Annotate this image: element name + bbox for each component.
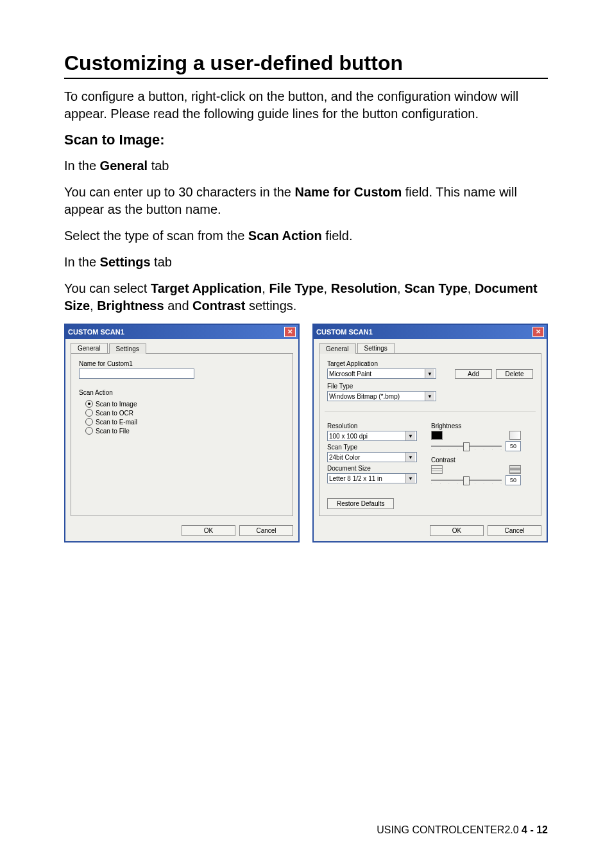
name-for-custom-paragraph: You can enter up to 30 characters in the…: [64, 184, 548, 218]
text-fragment: field.: [322, 229, 353, 243]
text-fragment: ,: [324, 281, 331, 295]
text-fragment: tab: [151, 255, 172, 269]
text-fragment: ,: [262, 281, 269, 295]
radio-label: Scan to File: [96, 428, 130, 435]
bold-contrast: Contrast: [192, 299, 245, 313]
page-footer: USING CONTROLCENTER2.0 4 - 12: [377, 824, 548, 836]
file-type-label: File Type: [327, 383, 533, 390]
scan-to-image-heading: Scan to Image:: [64, 132, 548, 148]
bold-resolution: Resolution: [331, 281, 397, 295]
cancel-button[interactable]: Cancel: [239, 525, 293, 536]
in-settings-tab-line: In the Settings tab: [64, 254, 548, 271]
contrast-label: Contrast: [431, 456, 521, 464]
brightness-light-icon: [509, 431, 521, 440]
select-value: Windows Bitmap (*.bmp): [329, 393, 400, 400]
select-value: Microsoft Paint: [329, 370, 371, 378]
target-application-label: Target Application: [327, 360, 451, 367]
chevron-down-icon: ▼: [405, 431, 415, 440]
brightness-slider[interactable]: ·········: [431, 446, 502, 447]
name-for-custom-input[interactable]: [79, 369, 194, 379]
ok-button[interactable]: OK: [430, 525, 484, 536]
custom-scan-general-dialog: CUSTOM SCAN1 ✕ General Settings Name for…: [64, 324, 300, 542]
radio-scan-to-email[interactable]: Scan to E-mail: [85, 418, 285, 426]
chevron-down-icon: ▼: [405, 453, 415, 462]
tab-settings[interactable]: Settings: [109, 343, 146, 354]
text-fragment: You can select: [64, 281, 151, 295]
name-for-custom-label: Name for Custom1: [79, 360, 285, 367]
select-value: 24bit Color: [329, 454, 360, 461]
cancel-button[interactable]: Cancel: [488, 525, 541, 536]
page-title: Customizing a user-defined button: [64, 51, 548, 79]
text-fragment: In the: [64, 255, 100, 269]
add-button[interactable]: Add: [455, 369, 492, 379]
dialog-title: CUSTOM SCAN1: [316, 328, 373, 336]
footer-page: 4 - 12: [522, 824, 548, 835]
file-type-select[interactable]: Windows Bitmap (*.bmp) ▼: [327, 391, 436, 401]
tab-settings[interactable]: Settings: [357, 343, 395, 353]
radio-scan-to-image[interactable]: Scan to Image: [85, 400, 285, 408]
tab-general[interactable]: General: [319, 343, 356, 354]
tab-general[interactable]: General: [71, 343, 108, 353]
settings-bold: Settings: [100, 255, 151, 269]
contrast-low-icon: [431, 465, 443, 474]
bold-brightness: Brightness: [97, 299, 164, 313]
restore-defaults-button[interactable]: Restore Defaults: [327, 498, 394, 509]
scan-action-paragraph: Select the type of scan from the Scan Ac…: [64, 227, 548, 245]
brightness-label: Brightness: [431, 422, 521, 430]
close-icon[interactable]: ✕: [284, 327, 296, 337]
name-for-custom-bold: Name for Custom: [295, 185, 402, 199]
bold-target-application: Target Application: [151, 281, 262, 295]
close-icon[interactable]: ✕: [532, 327, 544, 337]
chevron-down-icon: ▼: [425, 392, 434, 401]
text-fragment: In the: [64, 159, 100, 173]
ok-button[interactable]: OK: [182, 525, 235, 536]
dialog-titlebar: CUSTOM SCAN1 ✕: [314, 325, 547, 339]
general-bold: General: [100, 159, 148, 173]
chevron-down-icon: ▼: [425, 369, 434, 378]
select-value: Letter 8 1/2 x 11 in: [329, 475, 382, 482]
radio-scan-to-file[interactable]: Scan to File: [85, 427, 285, 435]
contrast-value: 50: [506, 475, 521, 485]
text-fragment: You can enter up to 30 characters in the: [64, 185, 295, 199]
document-size-label: Document Size: [327, 465, 417, 472]
chevron-down-icon: ▼: [405, 474, 415, 483]
in-general-tab-line: In the General tab: [64, 157, 548, 175]
radio-scan-to-ocr[interactable]: Scan to OCR: [85, 409, 285, 417]
text-fragment: settings.: [245, 299, 296, 313]
select-value: 100 x 100 dpi: [329, 433, 368, 440]
intro-paragraph: To configure a button, right-click on th…: [64, 88, 548, 123]
bold-scan-type: Scan Type: [404, 281, 468, 295]
custom-scan-settings-dialog: CUSTOM SCAN1 ✕ General Settings Target A…: [312, 324, 548, 542]
text-fragment: tab: [148, 159, 169, 173]
resolution-label: Resolution: [327, 422, 417, 430]
scan-type-label: Scan Type: [327, 444, 417, 451]
contrast-high-icon: [509, 465, 521, 474]
text-fragment: ,: [468, 281, 475, 295]
radio-label: Scan to Image: [96, 401, 137, 408]
dialog-titlebar: CUSTOM SCAN1 ✕: [65, 325, 298, 339]
settings-list-paragraph: You can select Target Application, File …: [64, 280, 548, 315]
document-size-select[interactable]: Letter 8 1/2 x 11 in ▼: [327, 473, 417, 483]
scan-action-bold: Scan Action: [248, 229, 322, 243]
footer-text: USING CONTROLCENTER2.0: [377, 824, 522, 835]
scan-action-label: Scan Action: [79, 389, 285, 396]
radio-label: Scan to E-mail: [96, 419, 137, 426]
contrast-slider[interactable]: ·········: [431, 480, 502, 481]
delete-button[interactable]: Delete: [496, 369, 533, 379]
brightness-dark-icon: [431, 431, 443, 440]
text-fragment: and: [164, 299, 192, 313]
text-fragment: ,: [397, 281, 404, 295]
scan-type-select[interactable]: 24bit Color ▼: [327, 452, 417, 462]
radio-label: Scan to OCR: [96, 410, 133, 417]
dialog-title: CUSTOM SCAN1: [68, 328, 124, 336]
brightness-value: 50: [506, 441, 521, 451]
resolution-select[interactable]: 100 x 100 dpi ▼: [327, 431, 417, 441]
bold-file-type: File Type: [269, 281, 323, 295]
target-application-select[interactable]: Microsoft Paint ▼: [327, 369, 436, 379]
text-fragment: Select the type of scan from the: [64, 229, 248, 243]
text-fragment: ,: [90, 299, 97, 313]
